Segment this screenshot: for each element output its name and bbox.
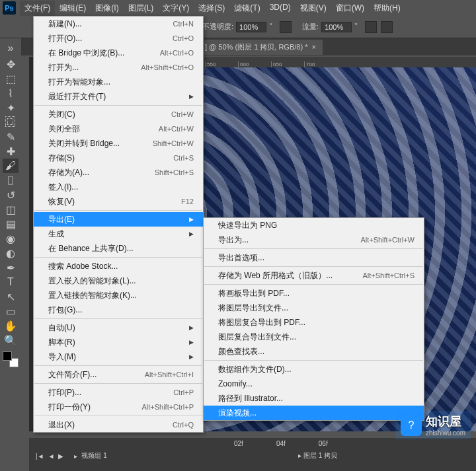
menu-select[interactable]: 选择(S) — [194, 1, 229, 16]
playback-start-icon[interactable]: |◄ — [36, 453, 44, 460]
file-menu-item-8[interactable]: 关闭全部Alt+Ctrl+W — [34, 122, 203, 136]
file-menu-item-12[interactable]: 签入(I)... — [34, 180, 203, 194]
menu-view[interactable]: 视图(V) — [296, 1, 331, 16]
wand-tool[interactable]: ✦ — [3, 100, 19, 115]
crop-tool[interactable]: ⿴ — [3, 115, 19, 129]
file-menu-item-24[interactable]: 自动(U)▶ — [34, 320, 203, 335]
file-menu-item-16[interactable]: 生成▶ — [34, 227, 203, 241]
eyedropper-tool[interactable]: ✎ — [3, 129, 19, 144]
file-menu-item-19[interactable]: 搜索 Adobe Stock... — [34, 259, 203, 273]
blur-tool[interactable]: ◉ — [3, 231, 19, 246]
play-icon[interactable]: ▶ — [58, 453, 63, 460]
menu-window[interactable]: 窗口(W) — [331, 1, 369, 16]
file-menu-item-2[interactable]: 在 Bridge 中浏览(B)...Alt+Ctrl+O — [34, 46, 203, 60]
hand-tool[interactable]: ✋ — [3, 318, 19, 333]
opacity-input[interactable]: 100% — [236, 22, 266, 32]
menu-filter[interactable]: 滤镜(T) — [229, 1, 264, 16]
file-menu-item-15[interactable]: 导出(E)▶ — [34, 212, 203, 227]
eraser-tool[interactable]: ◫ — [3, 202, 19, 217]
export-menu-item-7[interactable]: 将画板导出到 PDF... — [204, 286, 424, 301]
dodge-tool[interactable]: ◐ — [3, 246, 19, 260]
marquee-tool[interactable]: ⬚ — [3, 71, 19, 86]
menu-item-shortcut: Alt+Shift+Ctrl+O — [141, 63, 194, 71]
prev-frame-icon[interactable]: ◄ — [48, 453, 55, 460]
file-menu-item-13[interactable]: 恢复(V)F12 — [34, 194, 203, 209]
menu-image[interactable]: 图像(I) — [91, 1, 123, 16]
menu-item-label: Zoomify... — [218, 379, 253, 388]
file-menu-item-10[interactable]: 存储(S)Ctrl+S — [34, 151, 203, 165]
file-menu-item-17[interactable]: 在 Behance 上共享(D)... — [34, 241, 203, 256]
menu-item-label: 关闭全部 — [48, 124, 80, 135]
timeline-layer-label[interactable]: 图层 1 拷贝 — [303, 452, 337, 459]
path-tool[interactable]: ↖ — [3, 289, 19, 304]
export-menu-item-16[interactable]: 渲染视频... — [204, 406, 424, 420]
menu-item-shortcut: Alt+Ctrl+O — [160, 49, 194, 57]
heal-tool[interactable]: ✚ — [3, 144, 19, 159]
brush-tool[interactable]: 🖌 — [3, 159, 19, 173]
gradient-tool[interactable]: ▤ — [3, 217, 19, 231]
menu-edit[interactable]: 编辑(E) — [55, 1, 91, 16]
menu-3d[interactable]: 3D(D) — [265, 1, 296, 16]
color-swatches[interactable] — [3, 351, 19, 367]
menu-item-label: 存储为(A)... — [48, 167, 89, 178]
file-menu-item-11[interactable]: 存储为(A)...Shift+Ctrl+S — [34, 165, 203, 180]
rect-tool[interactable]: ▭ — [3, 304, 19, 318]
menu-help[interactable]: 帮助(H) — [369, 1, 405, 16]
file-menu-item-5[interactable]: 最近打开文件(T)▶ — [34, 89, 203, 104]
export-menu-item-11[interactable]: 颜色查找表... — [204, 344, 424, 359]
dropdown-icon[interactable]: ˅ — [269, 22, 273, 31]
export-menu-item-10[interactable]: 图层复合导出到文件... — [204, 330, 424, 344]
file-menu-item-20[interactable]: 置入嵌入的智能对象(L)... — [34, 273, 203, 288]
menu-item-label: 图层复合导出到文件... — [218, 332, 296, 343]
menu-item-label: 打印一份(Y) — [48, 402, 91, 413]
file-menu-item-33[interactable]: 退出(X)Ctrl+Q — [34, 417, 203, 432]
zoom-tool[interactable]: 🔍 — [3, 333, 19, 347]
file-menu-item-22[interactable]: 打包(G)... — [34, 303, 203, 317]
file-menu-item-26[interactable]: 导入(M)▶ — [34, 349, 203, 364]
file-menu-item-0[interactable]: 新建(N)...Ctrl+N — [34, 17, 203, 31]
close-icon[interactable]: × — [311, 43, 315, 51]
menu-item-label: 关闭并转到 Bridge... — [48, 138, 120, 149]
menu-item-shortcut: Ctrl+N — [173, 20, 194, 28]
menu-file[interactable]: 文件(F) — [20, 1, 55, 16]
type-tool[interactable]: T — [3, 275, 19, 289]
move-tool[interactable]: ✥ — [3, 57, 19, 71]
menu-layer[interactable]: 图层(L) — [124, 1, 159, 16]
video-group-label[interactable]: 视频组 1 — [81, 451, 106, 460]
file-menu-item-3[interactable]: 打开为...Alt+Shift+Ctrl+O — [34, 60, 203, 75]
dropdown-icon[interactable]: ˅ — [354, 22, 358, 31]
menu-item-label: 将图层复合导出到 PDF... — [218, 317, 305, 328]
flow-input[interactable]: 100% — [321, 22, 352, 32]
pressure-opacity-icon[interactable] — [280, 21, 292, 33]
file-menu-item-1[interactable]: 打开(O)...Ctrl+O — [34, 31, 203, 46]
export-menu-item-3[interactable]: 导出首选项... — [204, 250, 424, 265]
file-menu-item-9[interactable]: 关闭并转到 Bridge...Shift+Ctrl+W — [34, 136, 203, 151]
export-menu-item-9[interactable]: 将图层复合导出到 PDF... — [204, 315, 424, 330]
document-tab[interactable]: ] @ 50% (图层 1 拷贝, RGB/8) * × — [198, 40, 323, 55]
menu-item-label: 颜色查找表... — [218, 346, 264, 357]
lasso-tool[interactable]: ⌇ — [3, 86, 19, 100]
foreground-color[interactable] — [3, 351, 12, 361]
pen-tool[interactable]: ✒ — [3, 260, 19, 275]
export-menu-item-15[interactable]: 路径到 Illustrator... — [204, 391, 424, 406]
menu-type[interactable]: 文字(Y) — [158, 1, 194, 16]
airbrush-icon[interactable] — [365, 21, 377, 33]
file-menu-item-25[interactable]: 脚本(R)▶ — [34, 335, 203, 349]
timeline-ruler[interactable]: 02f04f06f — [29, 438, 476, 447]
export-menu-item-8[interactable]: 将图层导出到文件... — [204, 301, 424, 315]
file-menu-item-7[interactable]: 关闭(C)Ctrl+W — [34, 107, 203, 122]
export-menu-item-5[interactable]: 存储为 Web 所用格式（旧版）...Alt+Shift+Ctrl+S — [204, 268, 424, 283]
file-menu-item-21[interactable]: 置入链接的智能对象(K)... — [34, 288, 203, 303]
file-menu-item-28[interactable]: 文件简介(F)...Alt+Shift+Ctrl+I — [34, 367, 203, 382]
pressure-size-icon[interactable] — [381, 21, 393, 33]
file-menu-item-4[interactable]: 打开为智能对象... — [34, 75, 203, 89]
export-menu-item-0[interactable]: 快速导出为 PNG — [204, 218, 424, 233]
export-menu-item-13[interactable]: 数据组作为文件(D)... — [204, 362, 424, 377]
export-menu-item-14[interactable]: Zoomify... — [204, 377, 424, 391]
export-menu-item-1[interactable]: 导出为...Alt+Shift+Ctrl+W — [204, 233, 424, 247]
stamp-tool[interactable]: ⌷ — [3, 173, 19, 188]
collapse-icon[interactable]: » — [3, 41, 19, 55]
file-menu-item-31[interactable]: 打印一份(Y)Alt+Shift+Ctrl+P — [34, 400, 203, 414]
history-tool[interactable]: ↺ — [3, 188, 19, 202]
file-menu-item-30[interactable]: 打印(P)...Ctrl+P — [34, 385, 203, 400]
